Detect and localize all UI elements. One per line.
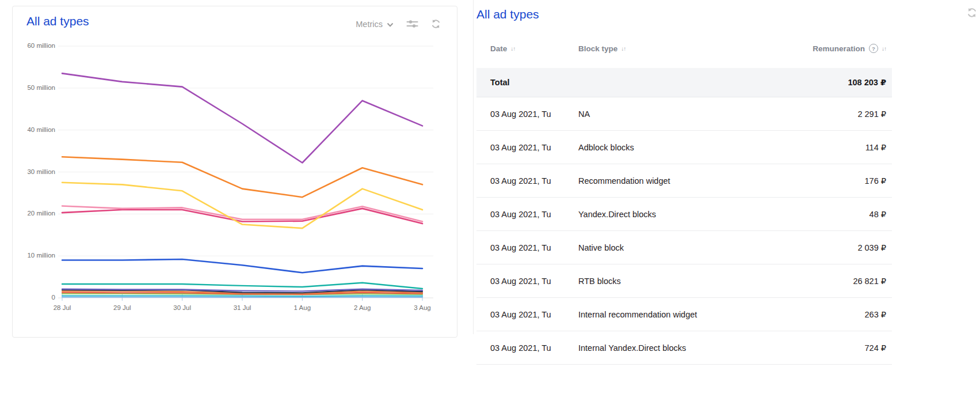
cell-date: 03 Aug 2021, Tu <box>476 243 578 252</box>
y-axis-label: 50 million <box>13 84 55 91</box>
x-axis-label: 3 Aug <box>402 304 443 311</box>
column-header-remuneration-label: Remuneration <box>813 44 865 53</box>
cell-block-type: Adblock blocks <box>578 143 739 152</box>
y-axis-label: 0 <box>13 294 55 301</box>
cell-date: 03 Aug 2021, Tu <box>476 109 578 119</box>
column-header-block-type[interactable]: Block type ↓↑ <box>578 44 739 53</box>
table-row: 03 Aug 2021, TuInternal Yandex.Direct bl… <box>476 331 892 365</box>
cell-date: 03 Aug 2021, Tu <box>476 176 578 186</box>
cell-block-type: RTB blocks <box>578 277 739 286</box>
table-row: 03 Aug 2021, TuYandex.Direct blocks48 ₽ <box>476 198 892 231</box>
help-icon[interactable]: ? <box>869 44 878 53</box>
table-body: 03 Aug 2021, TuNA2 291 ₽03 Aug 2021, TuA… <box>476 97 892 365</box>
chart-line-purple <box>62 73 422 162</box>
table-header-row: Date ↓↑ Block type ↓↑ Remuneration ? ↓↑ <box>476 36 892 61</box>
chart-line-crimson <box>62 209 422 224</box>
cell-remuneration: 114 ₽ <box>739 143 892 152</box>
cell-date: 03 Aug 2021, Tu <box>476 343 578 353</box>
x-axis-label: 1 Aug <box>282 304 322 311</box>
table-row: 03 Aug 2021, TuNative block2 039 ₽ <box>476 231 892 264</box>
total-remuneration: 108 203 ₽ <box>739 78 892 87</box>
table-row: 03 Aug 2021, TuRecommendation widget176 … <box>476 164 892 198</box>
table-row: 03 Aug 2021, TuRTB blocks26 821 ₽ <box>476 264 892 298</box>
chart-line-cyan <box>62 296 422 296</box>
sort-icon[interactable]: ↓↑ <box>510 46 515 52</box>
table-total-row: Total 108 203 ₽ <box>476 68 892 97</box>
cell-remuneration: 263 ₽ <box>739 310 892 319</box>
panel-divider <box>473 0 474 334</box>
y-axis-label: 30 million <box>13 168 55 175</box>
table-panel-title: All ad types <box>476 7 539 21</box>
x-axis-label: 2 Aug <box>342 304 383 311</box>
y-axis-label: 40 million <box>13 126 55 133</box>
column-header-remuneration[interactable]: Remuneration ? ↓↑ <box>739 44 892 53</box>
remuneration-table: Date ↓↑ Block type ↓↑ Remuneration ? ↓↑ … <box>476 36 892 365</box>
x-axis-label: 29 Jul <box>102 304 142 311</box>
x-axis-label: 28 Jul <box>42 304 82 311</box>
cell-remuneration: 176 ₽ <box>739 176 892 186</box>
cell-block-type: NA <box>578 109 739 119</box>
line-chart: 60 million50 million40 million30 million… <box>13 6 458 338</box>
cell-block-type: Recommendation widget <box>578 176 739 186</box>
table-row: 03 Aug 2021, TuNA2 291 ₽ <box>476 97 892 131</box>
table-row: 03 Aug 2021, TuInternal recommendation w… <box>476 298 892 331</box>
cell-remuneration: 2 039 ₽ <box>739 243 892 252</box>
x-axis-label: 30 Jul <box>162 304 203 311</box>
line-chart-canvas <box>13 6 458 338</box>
column-header-block-type-label: Block type <box>578 44 617 53</box>
cell-block-type: Native block <box>578 243 739 252</box>
chart-card: All ad types Metrics <box>12 6 457 338</box>
sort-icon[interactable]: ↓↑ <box>882 46 886 52</box>
cell-date: 03 Aug 2021, Tu <box>476 310 578 319</box>
cell-remuneration: 26 821 ₽ <box>739 277 892 286</box>
cell-date: 03 Aug 2021, Tu <box>476 143 578 152</box>
x-axis-label: 31 Jul <box>222 304 262 311</box>
refresh-icon[interactable] <box>967 7 977 18</box>
total-label: Total <box>476 78 578 87</box>
cell-block-type: Yandex.Direct blocks <box>578 210 739 219</box>
y-axis-label: 60 million <box>13 42 55 49</box>
cell-remuneration: 48 ₽ <box>739 210 892 219</box>
chart-line-teal <box>62 283 422 289</box>
cell-block-type: Internal Yandex.Direct blocks <box>578 343 739 353</box>
cell-date: 03 Aug 2021, Tu <box>476 210 578 219</box>
chart-line-blue <box>62 259 422 273</box>
column-header-date-label: Date <box>490 44 507 53</box>
y-axis-label: 10 million <box>13 252 55 259</box>
cell-block-type: Internal recommendation widget <box>578 310 739 319</box>
sort-icon[interactable]: ↓↑ <box>621 46 626 52</box>
cell-date: 03 Aug 2021, Tu <box>476 277 578 286</box>
table-row: 03 Aug 2021, TuAdblock blocks114 ₽ <box>476 131 892 164</box>
y-axis-label: 20 million <box>13 210 55 217</box>
cell-remuneration: 724 ₽ <box>739 343 892 353</box>
cell-remuneration: 2 291 ₽ <box>739 109 892 119</box>
column-header-date[interactable]: Date ↓↑ <box>476 44 578 53</box>
